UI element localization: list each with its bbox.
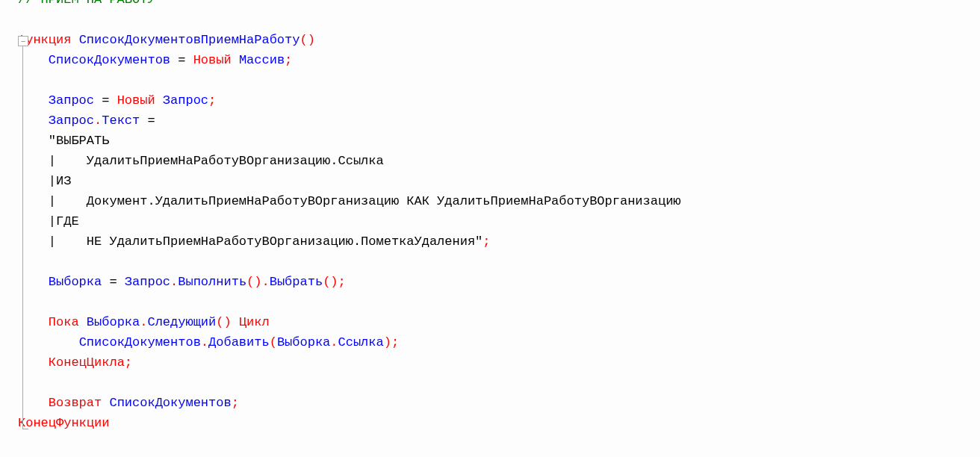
operator: = [140, 111, 163, 131]
code-line: | Документ.УдалитьПриемНаРаботуВОрганиза… [18, 191, 980, 211]
punct: . [170, 272, 178, 292]
keyword: Возврат [49, 393, 102, 413]
fold-guide-line [22, 46, 23, 429]
space [232, 50, 239, 70]
string: |ГДЕ [49, 211, 79, 231]
code-line: Пока Выборка.Следующий() Цикл [18, 312, 980, 332]
punct: ; [483, 231, 490, 252]
indent [18, 332, 79, 352]
property: Текст [102, 111, 140, 131]
string: "ВЫБРАТЬ [49, 131, 110, 151]
space [71, 30, 78, 50]
identifier: Запрос [125, 272, 170, 292]
blank-line [18, 70, 980, 90]
punct: ; [232, 393, 239, 413]
punct: . [94, 111, 102, 131]
space [232, 312, 239, 332]
keyword: Цикл [239, 312, 270, 332]
identifier: СписокДокументовПриемНаРаботу [79, 30, 300, 50]
blank-line [18, 373, 980, 393]
type: Запрос [163, 90, 208, 111]
code-line: Запрос = Новый Запрос; [18, 90, 980, 111]
punct: ; [285, 50, 292, 70]
punct: ; [338, 272, 346, 292]
operator: = [94, 90, 117, 111]
punct: ( [270, 332, 277, 352]
code-line: Запрос.Текст = [18, 111, 980, 131]
code-line: "ВЫБРАТЬ [18, 131, 980, 151]
property: Ссылка [338, 332, 384, 352]
blank-line [18, 292, 980, 312]
punct: ; [391, 332, 399, 352]
operator: = [170, 50, 193, 70]
code-line: Функция СписокДокументовПриемНаРаботу() [18, 30, 980, 50]
parens: () [323, 272, 338, 292]
parens: () [300, 30, 314, 50]
punct: . [262, 272, 270, 292]
identifier: СписокДокументов [109, 393, 231, 413]
code-line: | УдалитьПриемНаРаботуВОрганизацию.Ссылк… [18, 151, 980, 171]
identifier: Выборка [49, 272, 102, 292]
comment-text: // ПРИЕМ НА РАБОТУ [18, 0, 155, 10]
code-editor[interactable]: ////////////////////////////////////////… [0, 0, 980, 433]
punct: . [201, 332, 208, 352]
string: |ИЗ [49, 171, 72, 191]
string: | Документ.УдалитьПриемНаРаботуВОрганиза… [49, 191, 681, 211]
code-line: | НЕ УдалитьПриемНаРаботуВОрганизацию.По… [18, 231, 980, 252]
method: Выполнить [178, 272, 246, 292]
identifier: СписокДокументов [49, 50, 170, 70]
operator: = [102, 272, 125, 292]
method: Следующий [147, 312, 216, 332]
identifier: СписокДокументов [79, 332, 201, 352]
parens: () [246, 272, 261, 292]
string: | УдалитьПриемНаРаботуВОрганизацию.Ссылк… [49, 151, 384, 171]
code-line: СписокДокументов.Добавить(Выборка.Ссылка… [18, 332, 980, 352]
identifier: Запрос [49, 90, 94, 111]
code-line: КонецЦикла; [18, 352, 980, 373]
keyword: КонецФункции [18, 413, 109, 433]
punct: ; [125, 352, 132, 373]
code-line: Возврат СписокДокументов; [18, 393, 980, 413]
code-line: СписокДокументов = Новый Массив; [18, 50, 980, 70]
method: Выбрать [270, 272, 323, 292]
parens: () [216, 312, 231, 332]
blank-line [18, 252, 980, 272]
method: Добавить [208, 332, 270, 352]
punct: . [330, 332, 338, 352]
punct: . [140, 312, 147, 332]
code-line: |ИЗ [18, 171, 980, 191]
identifier: Выборка [277, 332, 330, 352]
identifier: Выборка [87, 312, 140, 332]
space [79, 312, 87, 332]
code-line: |ГДЕ [18, 211, 980, 231]
punct: ) [384, 332, 391, 352]
keyword: Новый [193, 50, 232, 70]
space [155, 90, 163, 111]
keyword: Пока [49, 312, 79, 332]
code-line: Выборка = Запрос.Выполнить().Выбрать(); [18, 272, 980, 292]
fold-toggle-icon[interactable]: − [18, 36, 28, 46]
space [102, 393, 109, 413]
code-line: КонецФункции [18, 413, 980, 433]
fold-guide-end [22, 429, 28, 429]
string: | НЕ УдалитьПриемНаРаботуВОрганизацию.По… [49, 231, 483, 252]
type: Массив [239, 50, 285, 70]
blank-line [18, 10, 980, 30]
punct: ; [208, 90, 216, 111]
identifier: Запрос [49, 111, 94, 131]
code-line: // ПРИЕМ НА РАБОТУ [18, 0, 980, 10]
keyword: КонецЦикла [49, 352, 125, 373]
keyword: Новый [117, 90, 155, 111]
